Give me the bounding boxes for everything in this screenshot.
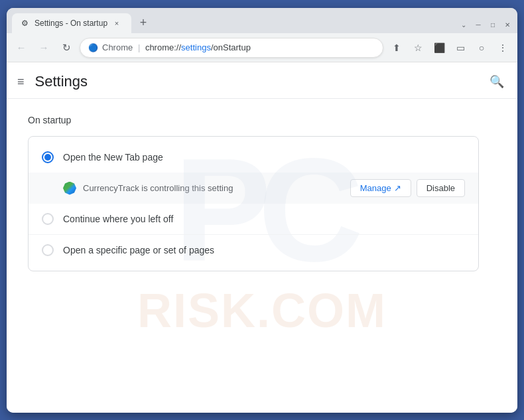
manage-extension-button[interactable]: Manage ↗ (350, 179, 411, 197)
tab-close-button[interactable]: × (111, 18, 122, 29)
option-row-continue: Continue where you left off (29, 204, 478, 234)
window-controls: ⌄ ─ □ ✕ (459, 20, 512, 33)
option-continue-label: Continue where you left off (63, 214, 465, 224)
address-text: Chrome | chrome://settings/onStartup (102, 42, 375, 52)
maximize-button[interactable]: □ (488, 20, 497, 29)
option-specific-label: Open a specific page or set of pages (63, 245, 465, 255)
active-tab[interactable]: ⚙ Settings - On startup × (12, 13, 131, 33)
toolbar-actions: ⬆ ☆ ⬛ ▭ ○ ⋮ (387, 38, 512, 57)
option-row-newtab: Open the New Tab page (29, 142, 478, 173)
radio-specific[interactable] (42, 244, 54, 256)
settings-header-left: ≡ Settings (17, 73, 88, 90)
extension-controlling-text: CurrencyTrack is controlling this settin… (83, 183, 344, 193)
extension-row: CurrencyTrack is controlling this settin… (29, 173, 478, 204)
startup-options-card: Open the New Tab page CurrencyTrack is c… (28, 136, 479, 271)
option-newtab-label: Open the New Tab page (63, 152, 465, 163)
settings-main: On startup Open the New Tab page Currenc… (7, 99, 517, 287)
tab-strip: ⚙ Settings - On startup × + (12, 13, 459, 33)
split-view-button[interactable]: ▭ (451, 38, 470, 57)
external-link-icon: ↗ (394, 183, 401, 193)
settings-page-title: Settings (35, 73, 88, 90)
reload-button[interactable]: ↻ (57, 38, 76, 57)
tab-title: Settings - On startup (34, 19, 107, 28)
toolbar: ← → ↻ 🔵 Chrome | chrome://settings/onSta… (7, 33, 517, 62)
option-row-specific: Open a specific page or set of pages (29, 234, 478, 265)
back-button[interactable]: ← (12, 38, 31, 57)
watermark-risk-text: RISK.COM (137, 283, 387, 338)
radio-newtab[interactable] (42, 151, 54, 163)
disable-extension-button[interactable]: Disable (417, 179, 465, 197)
profile-button[interactable]: ○ (472, 38, 491, 57)
new-tab-button[interactable]: + (134, 13, 153, 32)
extensions-button[interactable]: ⬛ (430, 38, 448, 57)
browser-window: ⚙ Settings - On startup × + ⌄ ─ □ ✕ ← → … (7, 8, 517, 413)
tab-favicon: ⚙ (21, 19, 31, 28)
on-startup-label: On startup (28, 115, 496, 125)
title-bar: ⚙ Settings - On startup × + ⌄ ─ □ ✕ (7, 8, 517, 33)
settings-header: ≡ Settings 🔍 (7, 62, 517, 99)
settings-search-icon[interactable]: 🔍 (490, 74, 504, 89)
chevron-down-icon[interactable]: ⌄ (459, 20, 468, 29)
currencytrack-extension-icon (63, 182, 76, 195)
share-button[interactable]: ⬆ (387, 38, 406, 57)
address-bar[interactable]: 🔵 Chrome | chrome://settings/onStartup (80, 38, 383, 58)
bookmark-button[interactable]: ☆ (409, 38, 427, 57)
close-button[interactable]: ✕ (503, 20, 512, 29)
site-info-icon: 🔵 (88, 43, 98, 52)
page-content: PC RISK.COM ≡ Settings 🔍 On startup Open… (7, 62, 517, 413)
menu-icon[interactable]: ≡ (17, 75, 25, 89)
radio-continue[interactable] (42, 213, 54, 225)
minimize-button[interactable]: ─ (474, 20, 483, 29)
menu-button[interactable]: ⋮ (493, 38, 512, 57)
forward-button[interactable]: → (34, 38, 53, 57)
extension-actions: Manage ↗ Disable (350, 179, 465, 197)
